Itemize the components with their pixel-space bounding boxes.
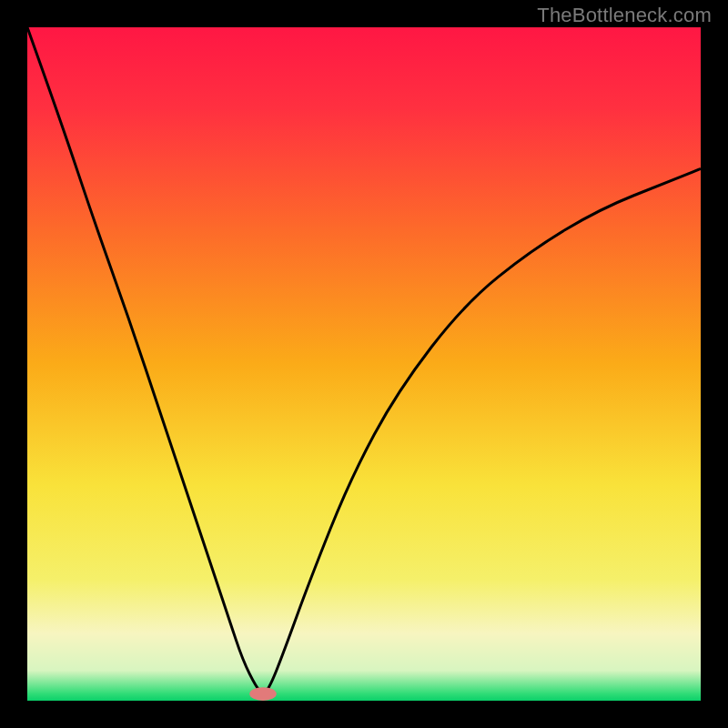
gradient-background bbox=[27, 27, 701, 701]
plot-area bbox=[27, 27, 701, 701]
optimum-marker bbox=[249, 687, 277, 701]
chart-svg bbox=[27, 27, 701, 701]
chart-container: TheBottleneck.com bbox=[0, 0, 728, 728]
watermark: TheBottleneck.com bbox=[537, 4, 712, 27]
